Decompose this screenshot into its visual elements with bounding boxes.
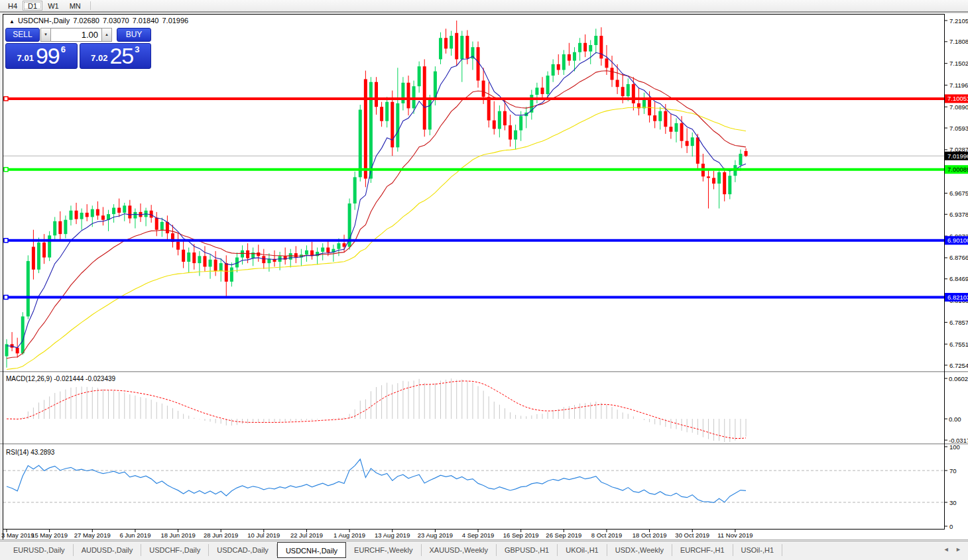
svg-text:7.15020: 7.15020 [949,60,968,67]
ma-line-55 [7,107,746,370]
svg-text:16 Sep 2019: 16 Sep 2019 [503,532,539,539]
chart-tab-eurchf-h1[interactable]: EURCHF-,H1 [672,544,733,556]
svg-text:10 Jul 2019: 10 Jul 2019 [247,532,280,539]
svg-text:6.82103: 6.82103 [947,294,968,301]
macd-label: MACD(12,26,9) -0.021444 -0.023439 [6,375,116,382]
toolbar-separator [90,1,91,10]
svg-text:7.01996: 7.01996 [947,152,968,160]
hline-handle-7.00089[interactable] [4,168,8,172]
ohlc-close: 7.01996 [162,17,188,25]
svg-text:27 May 2019: 27 May 2019 [74,532,111,539]
date-axis: 3 May 201915 May 201927 May 20196 Jun 20… [1,530,753,539]
hline-handle-6.90100[interactable] [4,239,8,243]
svg-text:6.96750: 6.96750 [949,190,968,197]
svg-text:6.78570: 6.78570 [949,319,968,326]
svg-text:6 Jun 2019: 6 Jun 2019 [119,532,151,539]
tab-scroll-arrows: ◄ ► [939,541,968,560]
svg-text:6.93780: 6.93780 [949,211,968,218]
axis-badge-7.10051: 7.10051 [945,94,968,103]
hline-handle-7.10051[interactable] [4,97,8,101]
svg-text:0.060273: 0.060273 [949,375,968,382]
svg-text:22 Jul 2019: 22 Jul 2019 [290,532,323,539]
volume-input[interactable] [51,28,101,42]
price-axis: 7.210507.180807.150207.119607.089007.059… [944,17,968,369]
chart-tab-usdcad-daily[interactable]: USDCAD-,Daily [209,544,277,556]
symbol-period-label: USDCNH-,Daily [18,17,70,25]
chart-tab-usdchf-daily[interactable]: USDCHF-,Daily [141,544,209,556]
timeframe-toolbar: H4 D1 W1 MN [0,0,968,13]
rsi-pane: RSI(14) 43.289310070300 [3,443,960,530]
tab-scroll-right-icon[interactable]: ► [955,546,961,553]
ohlc-open: 7.02680 [73,17,99,25]
chart-tab-eurchf-weekly[interactable]: EURCHF-,Weekly [346,544,421,556]
sell-price-superscript: 6 [61,44,66,54]
buy-button[interactable]: BUY [117,28,151,42]
chart-tab-usoil-h1[interactable]: USOil-,H1 [733,544,783,556]
sell-button[interactable]: SELL [5,28,40,42]
buy-price-prefix: 7.02 [91,53,107,63]
svg-text:0.00: 0.00 [949,416,961,423]
tab-scroll-left-icon[interactable]: ◄ [943,546,949,553]
volume-increase-icon[interactable]: ▲ [101,28,112,42]
ohlc-high: 7.03070 [103,17,129,25]
svg-text:7.10051: 7.10051 [947,95,968,102]
svg-text:0: 0 [949,523,953,530]
rsi-line [7,459,746,503]
svg-text:7.21050: 7.21050 [949,17,968,25]
svg-text:6.81630: 6.81630 [949,297,968,304]
volume-stepper: ▼ ▲ [40,28,116,42]
chart-tab-usdcnh-daily[interactable]: USDCNH-,Daily [277,542,346,558]
timeframe-button-h4[interactable]: H4 [3,1,23,11]
svg-text:6.90720: 6.90720 [949,233,968,240]
svg-text:7.02870: 7.02870 [949,146,968,153]
svg-text:7.05930: 7.05930 [949,125,968,132]
svg-text:100: 100 [949,443,960,451]
svg-text:11 Nov 2019: 11 Nov 2019 [717,532,753,539]
ohlc-low: 7.01840 [133,17,159,25]
chart-tab-audusd-daily[interactable]: AUDUSD-,Daily [74,544,142,556]
svg-text:6.84690: 6.84690 [949,275,968,282]
svg-text:6.99810: 6.99810 [949,168,968,175]
hline-handle-6.82103[interactable] [4,296,8,300]
buy-price-big: 25 [109,46,133,66]
chart-tab-xauusd-weekly[interactable]: XAUUSD-,Weekly [422,544,497,556]
svg-text:7.18080: 7.18080 [949,38,968,45]
timeframe-button-w1[interactable]: W1 [42,1,64,11]
svg-text:30: 30 [949,499,957,506]
svg-text:30 Oct 2019: 30 Oct 2019 [675,532,709,539]
svg-text:6.90100: 6.90100 [947,237,968,244]
chart-tab-usdx-weekly[interactable]: USDX-,Weekly [607,544,672,556]
buy-price-box[interactable]: 7.02 25 3 [80,43,152,69]
chart-canvas: 7.210507.180807.150207.119607.089007.059… [0,0,968,560]
candlesticks [5,21,748,368]
macd-pane: MACD(12,26,9) -0.021444 -0.0234390.06027… [6,375,968,444]
chart-tab-bar: EURUSD-,DailyAUDUSD-,DailyUSDCHF-,DailyU… [0,541,968,560]
chart-tab-eurusd-daily[interactable]: EURUSD-,Daily [5,544,74,556]
macd-signal-line [7,381,746,439]
axis-badge-6.82103: 6.82103 [945,293,968,302]
svg-text:18 Oct 2019: 18 Oct 2019 [633,532,667,539]
svg-text:6.87660: 6.87660 [949,254,968,261]
timeframe-button-mn[interactable]: MN [64,1,86,11]
svg-text:26 Sep 2019: 26 Sep 2019 [546,532,581,539]
chart-tab-ukoil-h1[interactable]: UKOil-,H1 [558,544,607,556]
svg-text:-0.031725: -0.031725 [949,437,968,444]
collapse-triangle-icon[interactable]: ▲ [9,19,15,25]
volume-decrease-icon[interactable]: ▼ [40,28,51,42]
axis-badge-7.00089: 7.00089 [945,165,968,174]
svg-text:4 Sep 2019: 4 Sep 2019 [462,532,495,539]
svg-text:18 Jun 2019: 18 Jun 2019 [160,532,195,539]
axis-badge-bid: 7.01996 [945,152,968,160]
svg-text:6.75510: 6.75510 [949,341,968,348]
rsi-label: RSI(14) 43.2893 [6,449,55,456]
buy-price-superscript: 3 [135,44,139,54]
svg-text:23 Aug 2019: 23 Aug 2019 [418,532,453,539]
chart-tab-gbpusd-h1[interactable]: GBPUSD-,H1 [497,544,558,556]
timeframe-button-d1[interactable]: D1 [23,1,42,11]
sell-price-box[interactable]: 7.01 99 6 [5,43,78,69]
svg-text:13 Aug 2019: 13 Aug 2019 [375,532,410,539]
svg-text:28 Jun 2019: 28 Jun 2019 [204,532,238,539]
svg-text:15 May 2019: 15 May 2019 [31,532,68,539]
svg-text:7.11960: 7.11960 [949,82,968,89]
svg-text:7.00089: 7.00089 [947,166,968,173]
